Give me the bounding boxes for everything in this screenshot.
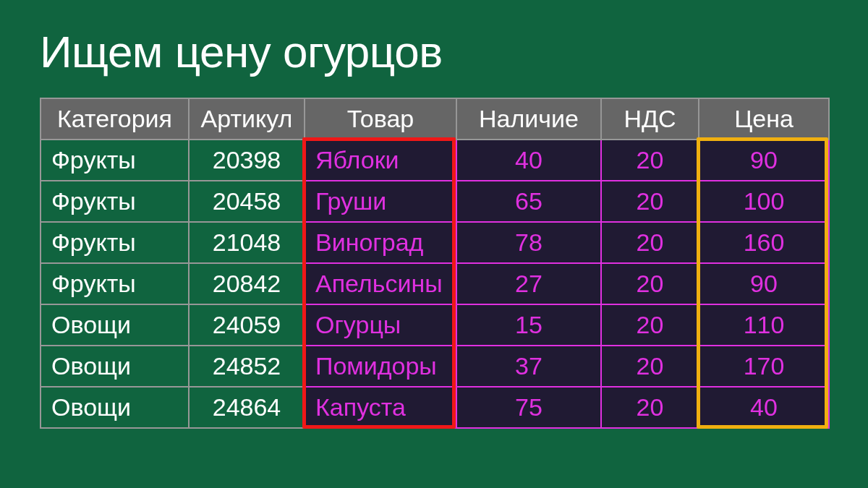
cell-sku: 21048 — [189, 222, 305, 263]
cell-product: Яблоки — [305, 140, 456, 181]
cell-price: 160 — [699, 222, 829, 263]
table-row: Овощи 24852 Помидоры 37 20 170 — [41, 346, 829, 387]
cell-vat: 20 — [601, 181, 699, 222]
col-header-product: Товар — [305, 98, 456, 140]
cell-stock: 37 — [456, 346, 601, 387]
table-row: Фрукты 21048 Виноград 78 20 160 — [41, 222, 829, 263]
cell-category: Фрукты — [41, 140, 189, 181]
cell-category: Фрукты — [41, 222, 189, 263]
col-header-stock: Наличие — [456, 98, 601, 140]
cell-product: Огурцы — [305, 304, 456, 346]
cell-vat: 20 — [601, 263, 699, 304]
cell-stock: 65 — [456, 181, 601, 222]
cell-vat: 20 — [601, 304, 699, 346]
cell-sku: 24852 — [189, 346, 305, 387]
cell-sku: 20398 — [189, 140, 305, 181]
data-table: Категория Артикул Товар Наличие НДС Цена… — [40, 98, 830, 429]
table-header-row: Категория Артикул Товар Наличие НДС Цена — [41, 98, 829, 140]
cell-vat: 20 — [601, 346, 699, 387]
table-row: Фрукты 20458 Груши 65 20 100 — [41, 181, 829, 222]
cell-stock: 27 — [456, 263, 601, 304]
cell-price: 90 — [699, 263, 829, 304]
col-header-vat: НДС — [601, 98, 699, 140]
cell-vat: 20 — [601, 140, 699, 181]
cell-product: Груши — [305, 181, 456, 222]
cell-stock: 78 — [456, 222, 601, 263]
cell-stock: 75 — [456, 387, 601, 428]
page-title: Ищем цену огурцов — [40, 26, 828, 77]
cell-category: Фрукты — [41, 263, 189, 304]
data-table-wrap: Категория Артикул Товар Наличие НДС Цена… — [40, 98, 828, 429]
cell-vat: 20 — [601, 222, 699, 263]
cell-stock: 15 — [456, 304, 601, 346]
cell-product: Помидоры — [305, 346, 456, 387]
cell-sku: 20458 — [189, 181, 305, 222]
table-row: Фрукты 20842 Апельсины 27 20 90 — [41, 263, 829, 304]
table-row: Овощи 24059 Огурцы 15 20 110 — [41, 304, 829, 346]
cell-product: Апельсины — [305, 263, 456, 304]
cell-price: 170 — [699, 346, 829, 387]
table-row: Фрукты 20398 Яблоки 40 20 90 — [41, 140, 829, 181]
col-header-price: Цена — [699, 98, 829, 140]
table-row: Овощи 24864 Капуста 75 20 40 — [41, 387, 829, 428]
cell-product: Капуста — [305, 387, 456, 428]
cell-price: 90 — [699, 140, 829, 181]
cell-price: 110 — [699, 304, 829, 346]
cell-sku: 24059 — [189, 304, 305, 346]
cell-category: Овощи — [41, 346, 189, 387]
cell-sku: 20842 — [189, 263, 305, 304]
cell-vat: 20 — [601, 387, 699, 428]
cell-category: Овощи — [41, 304, 189, 346]
cell-product: Виноград — [305, 222, 456, 263]
cell-category: Фрукты — [41, 181, 189, 222]
cell-price: 40 — [699, 387, 829, 428]
cell-category: Овощи — [41, 387, 189, 428]
cell-price: 100 — [699, 181, 829, 222]
table-body: Фрукты 20398 Яблоки 40 20 90 Фрукты 2045… — [41, 140, 829, 428]
col-header-sku: Артикул — [189, 98, 305, 140]
cell-stock: 40 — [456, 140, 601, 181]
col-header-category: Категория — [41, 98, 189, 140]
cell-sku: 24864 — [189, 387, 305, 428]
